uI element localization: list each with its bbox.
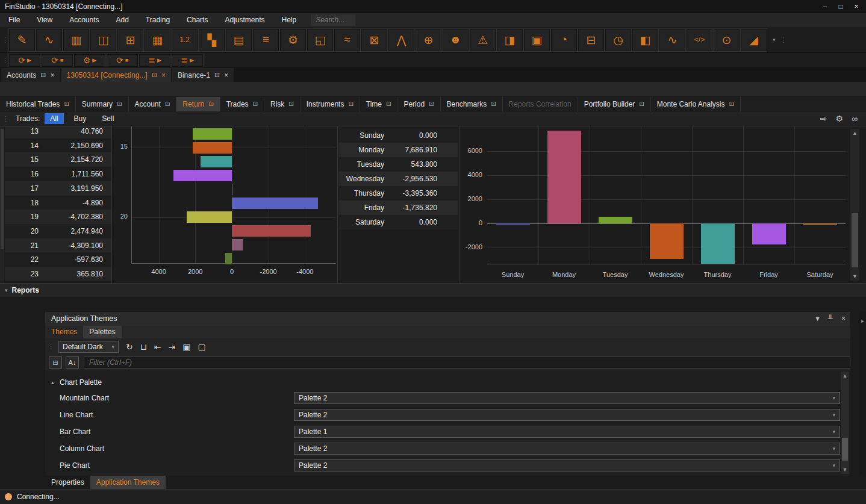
note-edit-icon[interactable]: ≡ xyxy=(253,29,279,51)
table-row[interactable]: 173,191.950 xyxy=(5,181,111,196)
properties-scrollbar[interactable]: ▲ ▼ xyxy=(841,372,849,474)
bar-hour-19[interactable] xyxy=(232,198,318,209)
bar-hour-17[interactable] xyxy=(173,170,232,181)
layout-add-icon[interactable]: ◫ xyxy=(90,29,116,51)
bar-thursday[interactable] xyxy=(701,223,735,264)
menu-item-help[interactable]: Help xyxy=(273,13,305,27)
tab-benchmarks[interactable]: Benchmarks⊡ xyxy=(441,97,503,111)
bottom-tab-application-themes[interactable]: Application Themes xyxy=(90,476,166,489)
reports-section-header[interactable]: ▾ Reports xyxy=(0,283,866,297)
close-icon[interactable]: × xyxy=(224,71,228,79)
doc-tab-accounts[interactable]: Accounts⊡× xyxy=(1,68,60,82)
paste-remove-icon[interactable]: ▣ xyxy=(182,342,190,352)
export-theme-icon[interactable]: ⇥ xyxy=(168,342,175,352)
pin-icon[interactable]: ╨ xyxy=(827,314,833,323)
table-row[interactable]: 202,474.940 xyxy=(5,224,111,238)
close-icon[interactable]: × xyxy=(161,71,166,79)
pin-icon[interactable]: ⊡ xyxy=(40,71,46,79)
user-edit-icon[interactable]: ✎ xyxy=(9,29,35,51)
curve-close-icon[interactable]: ⋀ xyxy=(388,29,414,51)
menu-item-file[interactable]: File xyxy=(0,13,28,27)
collapse-caret-icon[interactable]: ▾ xyxy=(815,314,819,323)
table-row[interactable]: 18-4.890 xyxy=(5,196,111,210)
run-script-start-icon[interactable]: ≣▶ xyxy=(139,54,170,67)
tab-time[interactable]: Time⊡ xyxy=(360,97,398,111)
table-row[interactable]: Thursday-3,395.360 xyxy=(338,186,458,201)
minimize-button[interactable]: – xyxy=(818,2,832,11)
filter-input[interactable] xyxy=(84,356,850,369)
chart-builder-icon[interactable]: ∿ xyxy=(36,29,62,51)
tab-risk[interactable]: Risk⊡ xyxy=(264,97,301,111)
run-cycle-start-icon[interactable]: ⟳▶ xyxy=(9,54,40,67)
table-row[interactable]: 19-4,702.380 xyxy=(5,210,111,224)
close-icon[interactable]: × xyxy=(841,314,846,323)
tab-account[interactable]: Account⊡ xyxy=(129,97,177,111)
alerts-icon[interactable]: ⚠ xyxy=(470,29,496,51)
run-script-start2-icon[interactable]: ≣▶ xyxy=(172,54,203,67)
timer-info-icon[interactable]: ◷ xyxy=(605,29,631,51)
bar-saturday[interactable] xyxy=(803,223,837,225)
search-input[interactable]: Search... xyxy=(311,14,355,26)
tab-return[interactable]: Return⊡ xyxy=(176,97,220,111)
bottom-tab-properties[interactable]: Properties xyxy=(45,476,90,489)
code-editor-icon[interactable]: </> xyxy=(687,29,712,51)
run-cycle-stop2-icon[interactable]: ⟳■ xyxy=(107,54,138,67)
bar-hour-20[interactable] xyxy=(187,211,232,223)
tab-period[interactable]: Period⊡ xyxy=(397,97,440,111)
settings-icon[interactable]: ⚙ xyxy=(280,29,306,51)
property-select-mountain-chart[interactable]: Palette 2▾ xyxy=(294,392,840,404)
bar-hour-16[interactable] xyxy=(201,156,232,167)
paste-copy-icon[interactable]: ▢ xyxy=(198,342,205,352)
columns-view-icon[interactable]: ▥ xyxy=(63,29,89,51)
table-row[interactable]: 152,154.720 xyxy=(5,152,111,167)
property-select-bar-chart[interactable]: Palette 1▾ xyxy=(294,426,840,438)
menu-item-adjustments[interactable]: Adjustments xyxy=(216,13,273,27)
chart-objects-icon[interactable]: ◧ xyxy=(632,29,658,51)
bar-sunday[interactable] xyxy=(496,223,530,225)
sort-az-icon[interactable]: A↓ xyxy=(66,356,79,369)
tab-themes[interactable]: Themes xyxy=(45,326,83,338)
refresh-icon[interactable]: ↻ xyxy=(126,342,133,352)
menu-item-accounts[interactable]: Accounts xyxy=(61,13,107,27)
area-chart-icon[interactable]: ◢ xyxy=(741,29,767,51)
table-row[interactable]: Monday7,686.910 xyxy=(338,143,458,157)
tab-instruments[interactable]: Instruments⊡ xyxy=(301,97,360,111)
bar-hour-18[interactable] xyxy=(232,184,233,195)
table-row[interactable]: Tuesday543.800 xyxy=(338,157,458,172)
bars-add-icon[interactable]: ▦ xyxy=(145,29,170,51)
table-row[interactable]: Wednesday-2,956.530 xyxy=(338,172,458,186)
table-row[interactable]: Friday-1,735.820 xyxy=(338,201,458,215)
processor-icon[interactable]: ▣ xyxy=(524,29,550,51)
chart-annotate-icon[interactable]: ≈ xyxy=(334,29,360,51)
bar-hour-14[interactable] xyxy=(193,128,232,140)
toolbar-grip[interactable]: ⋮ xyxy=(2,116,7,122)
bar-hour-15[interactable] xyxy=(193,142,232,154)
tab-reports-correlation[interactable]: Reports Correlation xyxy=(503,97,578,111)
collapse-caret-icon[interactable]: ▴ xyxy=(51,375,54,390)
data-search-icon[interactable]: ⊙ xyxy=(714,29,740,51)
tab-summary[interactable]: Summary⊡ xyxy=(76,97,129,111)
users-group-icon[interactable]: ☻ xyxy=(443,29,469,51)
close-icon[interactable]: × xyxy=(51,71,55,79)
close-list-icon[interactable]: ⊠ xyxy=(361,29,387,51)
quotes-icon[interactable]: 1.2 xyxy=(172,29,198,51)
toolbar-more[interactable]: ⋮ xyxy=(780,37,785,43)
doc-tab-binance-1[interactable]: Binance-1⊡× xyxy=(172,68,234,82)
bar-wednesday[interactable] xyxy=(650,223,684,259)
add-list-icon[interactable]: ⊕ xyxy=(416,29,441,51)
tab-palettes[interactable]: Palettes xyxy=(83,326,121,338)
toolbar-grip[interactable]: ⋮ xyxy=(2,58,7,63)
bar-hour-22[interactable] xyxy=(232,239,243,250)
doc-tab-13050314-connecting-[interactable]: 13050314 [Connecting...]⊡× xyxy=(61,68,171,82)
side-panel-icon[interactable]: ◨ xyxy=(497,29,523,51)
pin-icon[interactable]: ⊡ xyxy=(152,71,157,79)
bar-friday[interactable] xyxy=(752,223,786,244)
property-select-column-chart[interactable]: Palette 2▾ xyxy=(294,443,840,455)
link-icon[interactable]: ∞ xyxy=(852,114,858,123)
puzzle-icon[interactable]: ▚ xyxy=(199,29,225,51)
chart-scrollbar[interactable]: ▲ ▼ xyxy=(850,129,859,281)
invoices-icon[interactable]: ⊟ xyxy=(578,29,604,51)
toolbar-grip[interactable]: ⋮ xyxy=(48,344,52,349)
table-row[interactable]: Sunday0.000 xyxy=(338,128,458,143)
tab-historical-trades[interactable]: Historical Trades⊡ xyxy=(0,97,76,111)
